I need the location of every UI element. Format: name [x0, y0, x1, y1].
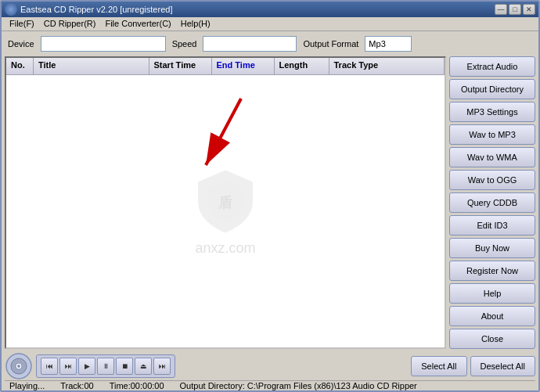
track-list-body[interactable]: 盾 anxz.com: [6, 75, 445, 347]
bottom-controls: ⏮ ⏭ ▶ ⏸ ⏹ ⏏ ⏭ Select All Deselect All: [5, 352, 535, 380]
col-header-length: Length: [275, 58, 329, 74]
output-format-label: Output Format: [303, 39, 358, 49]
red-arrow: [171, 91, 265, 194]
stop-button[interactable]: ⏹: [116, 358, 133, 375]
arrow-icon: [171, 91, 265, 192]
help-button[interactable]: Help: [449, 283, 535, 304]
prev-track-button[interactable]: ⏮: [41, 358, 58, 375]
cd-icon: [5, 352, 33, 380]
query-cddb-button[interactable]: Query CDDB: [449, 192, 535, 213]
menu-help[interactable]: Help(H): [176, 17, 215, 30]
close-button-panel[interactable]: Close: [449, 329, 535, 349]
wav-to-mp3-button[interactable]: Wav to MP3: [449, 124, 535, 145]
status-bar: Playing... Track:00 Time:00:00:00 Output…: [5, 380, 535, 390]
time-status: Time:00:00:00: [110, 381, 164, 390]
about-button[interactable]: About: [449, 306, 535, 326]
transport-controls: ⏮ ⏭ ▶ ⏸ ⏹ ⏏ ⏭: [36, 354, 175, 378]
mp3-settings-button[interactable]: MP3 Settings: [449, 102, 535, 122]
select-all-button[interactable]: Select All: [411, 356, 466, 376]
track-list-header: No. Title Start Time End Time Length Tra…: [6, 58, 445, 75]
extract-audio-button[interactable]: Extract Audio: [449, 56, 535, 77]
playing-status: Playing...: [9, 381, 45, 390]
col-header-no: No.: [6, 58, 34, 74]
device-dropdown[interactable]: [41, 36, 166, 52]
title-bar-buttons: — □ ✕: [495, 4, 535, 15]
device-label: Device: [8, 39, 34, 49]
device-dropdown-wrapper: [41, 36, 166, 52]
menu-cd-ripper[interactable]: CD Ripper(R): [39, 17, 101, 30]
output-format-dropdown[interactable]: Mp3: [365, 36, 412, 52]
button-panel: Extract Audio Output Directory MP3 Setti…: [449, 56, 535, 349]
output-dir-status: Output Directory: C:\Program Files (x86)…: [180, 381, 417, 390]
col-header-end: End Time: [212, 58, 275, 74]
menu-file[interactable]: File(F): [5, 17, 39, 30]
buy-now-button[interactable]: Buy Now: [449, 238, 535, 258]
play-button[interactable]: ▶: [78, 358, 95, 375]
pause-button[interactable]: ⏸: [97, 358, 114, 375]
deselect-all-button[interactable]: Deselect All: [470, 356, 535, 376]
end-button[interactable]: ⏭: [153, 358, 171, 375]
track-status: Track:00: [60, 381, 93, 390]
register-now-button[interactable]: Register Now: [449, 261, 535, 281]
edit-id3-button[interactable]: Edit ID3: [449, 215, 535, 236]
menu-bar: File(F) CD Ripper(R) File Converter(C) H…: [2, 17, 538, 31]
menu-file-converter[interactable]: File Converter(C): [100, 17, 175, 30]
svg-point-6: [17, 365, 20, 368]
title-bar: Eastsea CD Ripper v2.20 [unregistered] —…: [2, 2, 538, 17]
wav-to-ogg-button[interactable]: Wav to OGG: [449, 170, 535, 190]
output-directory-button[interactable]: Output Directory: [449, 79, 535, 99]
output-format-dropdown-wrapper: Mp3: [365, 36, 412, 52]
main-window: Device Speed Output Format Mp3: [2, 31, 538, 390]
speed-dropdown-wrapper: [203, 36, 297, 52]
col-header-title: Title: [34, 58, 149, 74]
prev-button[interactable]: ⏭: [59, 358, 77, 375]
speed-dropdown[interactable]: [203, 36, 297, 52]
watermark: 盾 anxz.com: [194, 167, 257, 257]
maximize-button[interactable]: □: [509, 4, 521, 15]
speed-label: Speed: [172, 39, 197, 49]
minimize-button[interactable]: —: [495, 4, 507, 15]
content-area: No. Title Start Time End Time Length Tra…: [5, 56, 535, 349]
col-header-type: Track Type: [329, 58, 445, 74]
watermark-text: anxz.com: [195, 240, 255, 257]
eject-button[interactable]: ⏏: [135, 358, 152, 375]
title-bar-left: Eastsea CD Ripper v2.20 [unregistered]: [5, 3, 172, 16]
col-header-start: Start Time: [149, 58, 212, 74]
track-list-area: No. Title Start Time End Time Length Tra…: [5, 56, 446, 349]
app-icon: [5, 3, 17, 16]
watermark-shield-icon: 盾: [194, 167, 257, 237]
controls-row: Device Speed Output Format Mp3: [5, 34, 535, 53]
cd-disc-icon: [5, 352, 33, 380]
svg-text:盾: 盾: [218, 195, 233, 210]
close-button[interactable]: ✕: [523, 4, 535, 15]
window-title: Eastsea CD Ripper v2.20 [unregistered]: [20, 5, 172, 14]
wav-to-wma-button[interactable]: Wav to WMA: [449, 147, 535, 167]
svg-line-2: [206, 99, 241, 165]
